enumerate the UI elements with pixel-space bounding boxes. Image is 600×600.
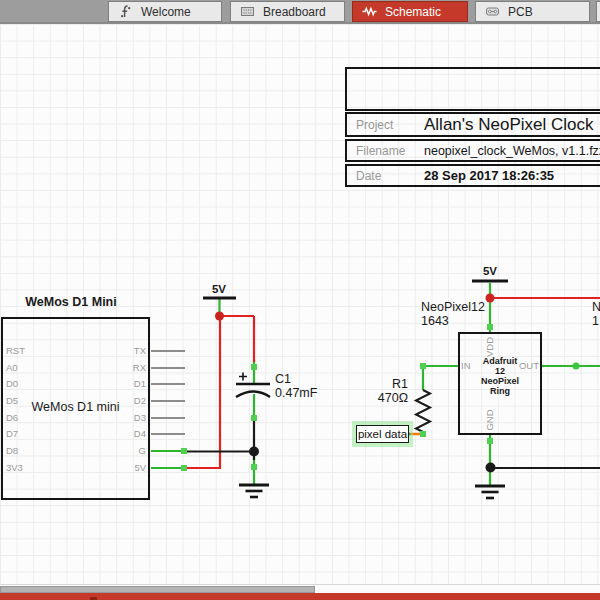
capacitor-value[interactable]: 0.47mF <box>275 386 317 400</box>
neopixel-designator[interactable]: NeoPixel12 <box>421 300 485 314</box>
fritzing-window: Welcome Breadboard Schematic <box>0 0 600 600</box>
tab-welcome[interactable]: Welcome <box>108 1 222 22</box>
wemos-pin-d4: D4 <box>96 428 146 440</box>
project-label: Project <box>356 118 393 132</box>
tab-schematic-label: Schematic <box>385 5 441 19</box>
tab-overflow-sliver[interactable] <box>596 1 600 22</box>
wemos-pin-rst: RST <box>6 345 25 357</box>
wemos-pin-d6: D6 <box>6 412 18 424</box>
wemos-pin-d0: D0 <box>6 378 18 390</box>
fritzing-logo-icon <box>118 4 133 19</box>
ground-symbol-right[interactable] <box>475 486 505 498</box>
wemos-pin-tx: TX <box>96 345 146 357</box>
capacitor-plus-mark <box>239 373 247 381</box>
resistor-symbol[interactable] <box>416 390 430 432</box>
date-label: Date <box>356 169 381 183</box>
tab-welcome-label: Welcome <box>141 5 191 19</box>
wemos-pin-3v3: 3V3 <box>6 462 23 474</box>
title-block-header-box[interactable] <box>345 67 600 111</box>
wemos-pin-rx: RX <box>96 362 146 374</box>
project-value: Allan's NeoPixel Clock <box>424 115 594 135</box>
date-value: 28 Sep 2017 18:26:35 <box>424 168 554 183</box>
wemos-pin-d8: D8 <box>6 445 18 457</box>
neopixel-part-number[interactable]: 1643 <box>421 314 449 328</box>
neopixel-pin-gnd: GND <box>484 405 496 435</box>
view-tab-bar: Welcome Breadboard Schematic <box>0 0 600 24</box>
filename-label: Filename <box>356 144 405 158</box>
wemos-pin-d5: D5 <box>6 395 18 407</box>
tab-schematic[interactable]: Schematic <box>352 1 468 22</box>
wemos-pin-g: G <box>96 445 146 457</box>
title-block-row-filename[interactable]: Filename neopixel_clock_WeMos, v1.1.fzz <box>345 139 600 162</box>
wemos-pin-5v: 5V <box>96 462 146 474</box>
tab-pcb[interactable]: PCB <box>475 1 590 22</box>
tab-breadboard-label: Breadboard <box>263 5 326 19</box>
title-block-row-project[interactable]: Project Allan's NeoPixel Clock <box>345 112 600 137</box>
net-label-pixel-data[interactable]: pixel data <box>356 425 409 443</box>
resistor-value[interactable]: 470Ω <box>366 391 408 405</box>
tab-breadboard[interactable]: Breadboard <box>230 1 345 22</box>
neopixel-pin-vdd: VDD <box>484 332 496 362</box>
ground-symbol-left[interactable] <box>239 485 269 497</box>
wemos-title[interactable]: WeMos D1 Mini <box>1 295 141 309</box>
title-block-row-date[interactable]: Date 28 Sep 2017 18:26:35 <box>345 164 600 187</box>
pcb-icon <box>485 4 500 19</box>
neopixel2-part-number-partial[interactable]: 1 <box>592 314 599 328</box>
connection-points[interactable] <box>181 324 493 471</box>
wemos-pin-d3: D3 <box>96 412 146 424</box>
wemos-pin-stubs[interactable] <box>151 351 185 434</box>
power-5v-label-right[interactable]: 5V <box>472 265 508 277</box>
wemos-pin-a0: A0 <box>6 362 18 374</box>
horizontal-scrollbar-thumb[interactable] <box>0 586 315 593</box>
schematic-icon <box>362 4 377 19</box>
neopixel-pin-in: IN <box>461 360 471 372</box>
neopixel-body-line-4: Ring <box>458 386 542 396</box>
horizontal-scrollbar[interactable] <box>0 584 600 593</box>
filename-value: neopixel_clock_WeMos, v1.1.fzz <box>424 144 600 158</box>
power-5v-label-left[interactable]: 5V <box>202 283 236 295</box>
power-5v-symbols[interactable] <box>203 281 508 298</box>
wemos-pin-d7: D7 <box>6 428 18 440</box>
wemos-pin-d1: D1 <box>96 378 146 390</box>
neopixel-body-line-3: NeoPixel <box>458 376 542 386</box>
tab-pcb-label: PCB <box>508 5 533 19</box>
capacitor-designator[interactable]: C1 <box>275 372 291 386</box>
neopixel2-designator-partial[interactable]: N <box>592 300 600 314</box>
resistor-designator[interactable]: R1 <box>366 377 408 391</box>
neopixel-pin-out: OUT <box>515 360 539 372</box>
breadboard-icon <box>240 4 255 19</box>
wemos-pin-d2: D2 <box>96 395 146 407</box>
